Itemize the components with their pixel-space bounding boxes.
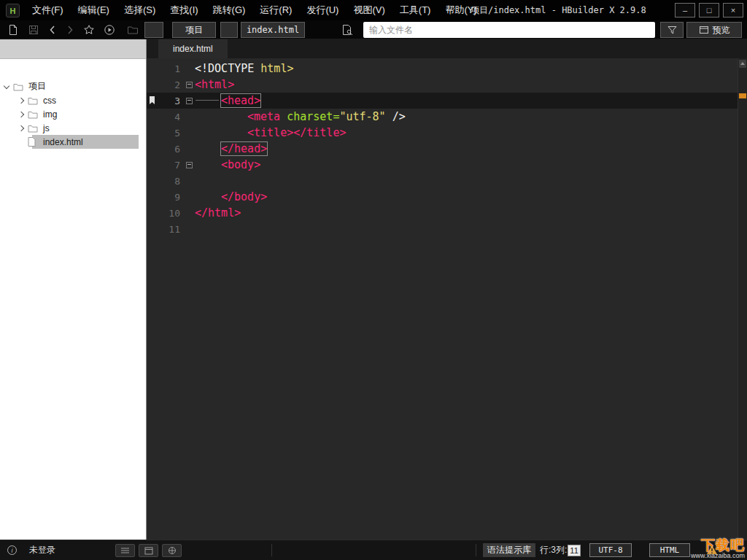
star-icon <box>83 24 95 36</box>
project-button[interactable]: 项目 <box>172 22 216 38</box>
code-line-7[interactable]: 7<body> <box>147 157 747 173</box>
code-editor[interactable]: 1<!DOCTYPE html>2<html>3<head>4<meta cha… <box>147 58 747 540</box>
tree-item-index.html[interactable]: index.html <box>0 135 146 149</box>
line-number: 11 <box>147 224 184 235</box>
save-button[interactable] <box>25 22 42 38</box>
preview-button[interactable]: 预览 <box>686 22 742 38</box>
tree-item-label: css <box>41 96 56 106</box>
code-line-6[interactable]: 6</head> <box>147 141 747 157</box>
tree-item-项目[interactable]: 项目 <box>0 79 146 93</box>
forward-button[interactable] <box>61 22 79 38</box>
maximize-button[interactable]: □ <box>699 3 719 18</box>
window-controls: – □ × <box>675 3 743 18</box>
fold-icon[interactable] <box>184 162 195 168</box>
menu-item-2[interactable]: 选择(S) <box>117 0 163 20</box>
code-line-9[interactable]: 9</body> <box>147 189 747 205</box>
scrollbar-current-line-marker <box>739 93 746 98</box>
console-panel-button[interactable] <box>115 544 135 557</box>
tree-item-css[interactable]: css <box>0 93 146 107</box>
menu-item-8[interactable]: 工具(T) <box>392 0 438 20</box>
code-line-1[interactable]: 1<!DOCTYPE html> <box>147 61 747 77</box>
open-folder-button[interactable] <box>124 22 142 38</box>
chevron-right-icon[interactable] <box>15 107 28 121</box>
current-file-button[interactable]: index.html <box>241 22 305 38</box>
toolbar: 项目 index.html 预览 <box>0 20 747 39</box>
search-input[interactable] <box>363 22 655 38</box>
editor-scrollbar[interactable] <box>738 58 747 540</box>
sync-panel-button[interactable] <box>162 544 182 557</box>
info-icon[interactable]: i <box>7 545 17 555</box>
code-line-11[interactable]: 11 <box>147 221 747 237</box>
folder-icon <box>28 110 41 119</box>
logo-letter: H <box>10 7 16 15</box>
tree-item-img[interactable]: img <box>0 107 146 121</box>
favorites-button[interactable] <box>80 22 98 38</box>
folder-icon <box>28 96 41 105</box>
encoding-selector[interactable]: UTF-8 <box>589 543 632 557</box>
run-button[interactable] <box>101 22 118 38</box>
notification-alert-icon[interactable] <box>706 545 718 555</box>
syntax-library-button[interactable]: 语法提示库 <box>483 543 535 557</box>
bookmark-icon <box>149 96 155 104</box>
language-selector[interactable]: HTML <box>649 543 690 557</box>
menu-item-4[interactable]: 跳转(G) <box>206 0 253 20</box>
window-icon <box>144 547 153 555</box>
tab-index-html[interactable]: index.html <box>158 39 228 58</box>
line-number: 4 <box>147 112 184 122</box>
fold-icon[interactable] <box>184 82 195 88</box>
minimize-button[interactable]: – <box>675 3 695 18</box>
menu-item-7[interactable]: 视图(V) <box>346 0 392 20</box>
close-button[interactable]: × <box>723 3 743 18</box>
new-file-button[interactable] <box>4 22 22 38</box>
line-number: 7 <box>147 160 184 171</box>
cursor-position[interactable]: 行:3列: 11 <box>540 540 581 560</box>
chevron-left-icon <box>47 24 58 36</box>
save-icon <box>28 24 39 36</box>
menu-item-0[interactable]: 文件(F) <box>25 0 71 20</box>
preview-button-label: 预览 <box>713 24 730 36</box>
tree-item-label: index.html <box>41 137 83 147</box>
statusbar-divider-2 <box>476 544 476 556</box>
cursor-position-prefix: 行:3列: <box>540 544 567 556</box>
tree-arrow-spacer <box>15 135 28 149</box>
menubar: 文件(F)编辑(E)选择(S)查找(I)跳转(G)运行(R)发行(U)视图(V)… <box>25 0 484 20</box>
line-number: 9 <box>147 192 184 203</box>
window-title: 项目/index.html - HBuilder X 2.9.8 <box>471 0 646 20</box>
project-sidebar: 项目cssimgjsindex.html <box>0 39 147 540</box>
toolbar-button-2[interactable] <box>220 22 238 38</box>
tree-item-js[interactable]: js <box>0 121 146 135</box>
back-button[interactable] <box>44 22 61 38</box>
code-line-2[interactable]: 2<html> <box>147 77 747 93</box>
line-number: 6 <box>147 144 184 155</box>
toolbar-button-1[interactable] <box>144 22 163 38</box>
cursor-column-value: 11 <box>568 545 580 556</box>
tree-item-label: img <box>41 109 57 120</box>
menu-item-3[interactable]: 查找(I) <box>163 0 205 20</box>
folder-icon <box>28 124 41 133</box>
filter-button[interactable] <box>660 22 684 38</box>
device-panel-button[interactable] <box>139 544 158 557</box>
chevron-right-icon[interactable] <box>15 93 28 107</box>
chevron-down-icon[interactable] <box>0 79 13 93</box>
chevron-right-icon[interactable] <box>15 121 28 135</box>
code-line-3[interactable]: 3<head> <box>147 93 747 109</box>
menu-item-6[interactable]: 发行(U) <box>299 0 346 20</box>
code-line-5[interactable]: 5<title></title> <box>147 125 747 141</box>
code-line-10[interactable]: 10</html> <box>147 205 747 221</box>
globe-icon <box>168 546 177 555</box>
tree-item-label: 项目 <box>26 80 46 93</box>
line-number: 1 <box>147 63 184 74</box>
scroll-up-arrow-icon[interactable] <box>739 60 746 68</box>
code-line-8[interactable]: 8 <box>147 173 747 189</box>
browser-icon <box>699 26 709 34</box>
statusbar: i 未登录 语法提示库 行:3列: 11 UTF-8 HTML <box>0 540 747 560</box>
line-number: 2 <box>147 79 184 90</box>
menu-item-1[interactable]: 编辑(E) <box>71 0 117 20</box>
fold-icon[interactable] <box>184 98 195 104</box>
login-status[interactable]: 未登录 <box>29 540 55 560</box>
statusbar-divider <box>271 544 272 556</box>
file-preview-button[interactable] <box>338 22 356 38</box>
menu-item-5[interactable]: 运行(R) <box>252 0 299 20</box>
new-file-icon <box>7 24 19 36</box>
code-line-4[interactable]: 4<meta charset="utf-8" /> <box>147 109 747 125</box>
